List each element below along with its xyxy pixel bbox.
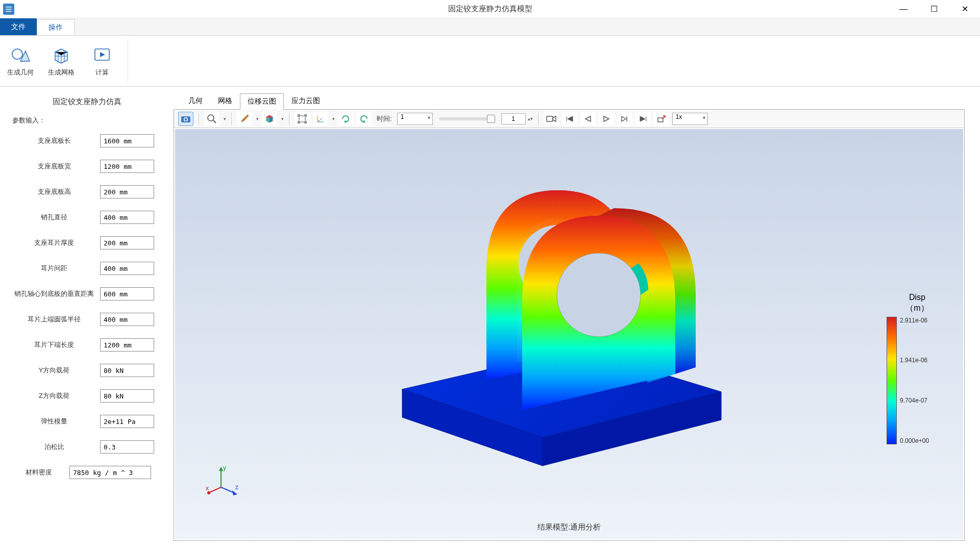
param-input[interactable] [100, 262, 154, 275]
param-row: 耳片下端长度 [8, 338, 165, 352]
generate-mesh-button[interactable]: 生成网格 [46, 39, 77, 83]
param-input[interactable] [100, 389, 154, 403]
svg-text:y: y [223, 464, 226, 471]
speed-combo[interactable]: 1x [672, 113, 708, 125]
param-row: 支座底板长 [8, 134, 165, 147]
svg-point-14 [557, 253, 641, 337]
param-label: 耳片间距 [8, 264, 100, 273]
menu-file[interactable]: 文件 [0, 18, 37, 35]
dropdown-arrow-icon[interactable]: ▾ [281, 116, 284, 121]
svg-rect-11 [547, 116, 553, 121]
legend-tick: 2.911e-06 [900, 317, 929, 324]
dropdown-arrow-icon[interactable]: ▾ [332, 116, 335, 121]
svg-line-18 [210, 487, 221, 492]
menu-operate[interactable]: 操作 [37, 19, 75, 35]
last-frame-icon[interactable] [635, 112, 651, 126]
menubar: 文件 操作 [0, 18, 980, 36]
sphere-cone-icon [10, 45, 31, 65]
param-input[interactable] [100, 415, 154, 428]
param-row: Y方向载荷 [8, 364, 165, 377]
svg-point-4 [185, 118, 187, 120]
rotate-cw-icon[interactable] [338, 112, 353, 126]
record-icon[interactable] [544, 112, 559, 126]
time-combo[interactable]: 1 [397, 113, 433, 125]
tab-geometry[interactable]: 几何 [181, 93, 210, 109]
param-input[interactable] [100, 236, 154, 249]
model-render [338, 149, 747, 486]
legend-tick: 0.000e+00 [900, 437, 929, 444]
param-row: 支座耳片厚度 [8, 236, 165, 249]
parameter-panel: 固定铰支座静力仿真 参数输入： 支座底板长支座底板宽支座底板高销孔直径支座耳片厚… [0, 87, 174, 551]
param-input[interactable] [100, 364, 154, 377]
first-frame-icon[interactable] [562, 112, 577, 126]
param-label: 支座耳片厚度 [8, 238, 100, 247]
tab-stress[interactable]: 应力云图 [284, 93, 328, 109]
param-row: Z方向载荷 [8, 389, 165, 403]
app-icon [3, 4, 14, 15]
prev-frame-icon[interactable] [580, 112, 596, 126]
minimize-button[interactable]: — [888, 0, 919, 18]
play-icon[interactable] [599, 112, 614, 126]
export-icon[interactable] [654, 112, 669, 126]
titlebar: 固定铰支座静力仿真模型 — ☐ ✕ [0, 0, 980, 18]
param-label: Y方向载荷 [8, 366, 100, 375]
param-input[interactable] [100, 287, 154, 300]
close-button[interactable]: ✕ [949, 0, 980, 18]
brush-icon[interactable] [237, 112, 252, 126]
svg-line-6 [213, 120, 216, 123]
play-screen-icon [92, 45, 112, 65]
param-input[interactable] [69, 466, 151, 479]
result-model-label: 结果模型:通用分析 [537, 522, 601, 532]
tab-displacement[interactable]: 位移云图 [240, 93, 284, 110]
ribbon-label: 生成网格 [48, 68, 75, 77]
param-row: 泊松比 [8, 440, 165, 454]
legend-title: Disp [909, 293, 925, 302]
param-row: 销孔直径 [8, 211, 165, 224]
view-tabs: 几何 网格 位移云图 应力云图 [174, 93, 965, 109]
compute-button[interactable]: 计算 [87, 39, 117, 83]
param-label: 耳片上端圆弧半径 [8, 315, 100, 324]
time-slider[interactable] [439, 117, 495, 120]
param-input[interactable] [100, 185, 154, 198]
generate-geometry-button[interactable]: 生成几何 [5, 39, 36, 83]
color-cube-icon[interactable] [262, 112, 277, 126]
ribbon-label: 生成几何 [7, 68, 34, 77]
svg-text:x: x [206, 485, 209, 492]
next-frame-icon[interactable] [617, 112, 632, 126]
result-canvas[interactable]: y x z Disp （m） 2.911e-061. [175, 129, 963, 539]
param-label: 弹性模量 [8, 417, 100, 426]
dropdown-arrow-icon[interactable]: ▾ [256, 116, 259, 121]
time-label: 时间: [377, 114, 392, 123]
param-header: 参数输入： [8, 116, 165, 125]
param-input[interactable] [100, 134, 154, 147]
tab-mesh[interactable]: 网格 [210, 93, 240, 109]
panel-title: 固定铰支座静力仿真 [8, 97, 165, 107]
param-input[interactable] [100, 313, 154, 326]
legend-color-bar [887, 317, 897, 444]
param-input[interactable] [100, 211, 154, 224]
param-label: 支座底板高 [8, 187, 100, 196]
param-label: 泊松比 [8, 442, 100, 452]
maximize-button[interactable]: ☐ [919, 0, 949, 18]
ribbon-label: 计算 [95, 68, 109, 77]
param-row: 耳片间距 [8, 262, 165, 275]
fit-view-icon[interactable] [295, 112, 310, 126]
mesh-cube-icon [51, 45, 71, 65]
svg-text:z: z [235, 484, 238, 491]
ribbon: 生成几何 生成网格 计算 [0, 36, 980, 87]
param-row: 销孔轴心到底板的垂直距离 [8, 287, 165, 300]
dropdown-arrow-icon[interactable]: ▾ [224, 116, 226, 121]
param-input[interactable] [100, 440, 154, 454]
zoom-icon[interactable] [204, 112, 219, 126]
frame-input[interactable] [501, 113, 526, 124]
axes-triad: y x z [206, 463, 241, 498]
param-label: 销孔轴心到底板的垂直距离 [8, 289, 100, 298]
param-input[interactable] [100, 160, 154, 173]
param-label: 材料密度 [8, 468, 69, 477]
axis-view-icon[interactable] [313, 112, 328, 126]
param-input[interactable] [100, 338, 154, 352]
param-row: 耳片上端圆弧半径 [8, 313, 165, 326]
rotate-ccw-icon[interactable] [356, 112, 372, 126]
window-title: 固定铰支座静力仿真模型 [448, 4, 532, 14]
camera-icon[interactable] [178, 112, 193, 126]
